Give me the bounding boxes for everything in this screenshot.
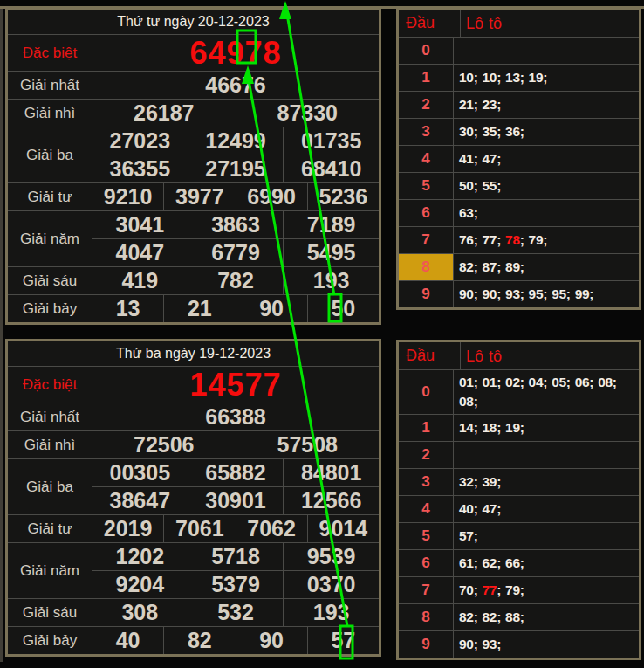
loto-number: 30 — [459, 124, 474, 139]
prize-line: 2019706170629014 — [92, 515, 379, 542]
prize-line: 270231249901735 — [92, 127, 379, 155]
loto-number: 01 — [483, 375, 497, 389]
loto-row: 557; — [399, 523, 639, 550]
result-table-rows: Đặc biệt64978Giải nhất46676Giải nhì26187… — [8, 35, 379, 322]
loto-values-text: 41; 47; — [459, 149, 501, 169]
loto-number: 79 — [505, 582, 520, 597]
prize-number: 64978 — [92, 35, 379, 71]
prize-number: 12566 — [284, 487, 379, 514]
loto-head-table-tuesday: Đầu Lô tô 001; 01; 02; 04; 05; 06; 08; 0… — [396, 340, 641, 660]
loto-table-header: Đầu Lô tô — [399, 342, 639, 370]
prize-lines: 13219050 — [92, 295, 379, 322]
prize-number: 90 — [236, 627, 308, 654]
loto-number: 08 — [459, 394, 474, 409]
loto-head-table-wednesday: Đầu Lô tô 0110; 10; 13; 19; 221; 23; 330… — [396, 7, 641, 310]
loto-number: 88 — [505, 609, 520, 624]
loto-number: 89 — [505, 259, 520, 274]
loto-row: 882; 87; 89; — [399, 254, 639, 281]
loto-values-cell: 82; 82; 88; — [454, 604, 639, 630]
prize-number: 6990 — [236, 183, 308, 210]
loto-table-rows: 0110; 10; 13; 19; 221; 23; 330; 35; 36; … — [399, 38, 639, 307]
loto-number: 77 — [483, 582, 497, 597]
loto-number: 36 — [505, 124, 520, 139]
prize-row: Giải bảy40829057 — [8, 627, 379, 654]
loto-row: 441; 47; — [399, 146, 639, 173]
loto-values-text: 63; — [459, 203, 478, 223]
prize-lines: 14577 — [92, 367, 379, 403]
prize-line: 66388 — [92, 403, 379, 430]
loto-number: 78 — [505, 232, 520, 247]
loto-header-label: Lô tô — [466, 14, 502, 33]
loto-number: 08 — [598, 375, 613, 389]
loto-values-cell: 41; 47; — [454, 146, 639, 172]
loto-number: 87 — [483, 259, 497, 274]
loto-number: 02 — [505, 375, 520, 389]
loto-number: 63 — [459, 205, 474, 220]
prize-number: 12499 — [188, 127, 284, 155]
loto-number: 10 — [459, 70, 474, 85]
loto-values-text: 70; 77; 79; — [459, 581, 524, 600]
prize-number: 193 — [284, 599, 379, 626]
result-table-wednesday: Thứ tư ngày 20-12-2023 Đặc biệt64978Giải… — [5, 7, 381, 325]
prize-lines: 304138637189404767795495 — [92, 211, 379, 266]
prize-line: 7250657508 — [92, 431, 379, 458]
prize-number: 7189 — [284, 211, 379, 238]
loto-number: 70 — [459, 582, 474, 597]
loto-row: 330; 35; 36; — [399, 119, 639, 146]
dau-digit-cell: 2 — [399, 442, 454, 468]
loto-row: 770; 77; 79; — [399, 577, 639, 604]
prize-lines: 308532193 — [92, 599, 379, 626]
prize-line: 920453790370 — [92, 571, 379, 598]
loto-number: 04 — [529, 375, 544, 389]
loto-row: 2 — [399, 442, 639, 469]
loto-column-header: Lô tô — [461, 342, 639, 369]
loto-row: 114; 18; 19; — [399, 415, 639, 442]
prize-row: Giải sáu308532193 — [8, 599, 379, 627]
prize-line: 2618787330 — [92, 100, 379, 127]
prize-lines: 9210397769905236 — [92, 183, 379, 210]
prize-label: Giải nhì — [8, 431, 92, 458]
prize-row: Giải tư9210397769905236 — [8, 183, 379, 211]
prize-label: Giải tư — [8, 183, 92, 210]
loto-row: 550; 55; — [399, 173, 639, 200]
prize-label: Giải nhất — [8, 72, 92, 99]
prize-number: 9204 — [92, 571, 188, 598]
loto-values-cell: 50; 55; — [454, 173, 639, 199]
dau-column-header: Đầu — [399, 10, 461, 37]
loto-values-text: 82; 87; 89; — [459, 258, 524, 277]
loto-number: 39 — [483, 474, 497, 489]
loto-values-cell: 10; 10; 13; 19; — [454, 65, 639, 91]
prize-lines: 7250657508 — [92, 431, 379, 458]
prize-number: 57508 — [236, 431, 380, 458]
loto-values-cell: 32; 39; — [454, 469, 639, 495]
loto-number: 77 — [483, 232, 497, 247]
prize-label: Giải tư — [8, 515, 92, 542]
prize-label: Giải nhì — [8, 100, 92, 127]
prize-line: 120257189539 — [92, 543, 379, 571]
loto-number: 05 — [552, 375, 566, 389]
prize-lines: 2019706170629014 — [92, 515, 379, 542]
prize-number: 72506 — [92, 431, 236, 458]
prize-number: 5495 — [284, 239, 379, 266]
loto-row: 661; 62; 66; — [399, 550, 639, 577]
loto-number: 82 — [459, 609, 474, 624]
loto-table-header: Đầu Lô tô — [399, 10, 639, 38]
loto-number: 90 — [459, 286, 474, 301]
dau-digit-cell: 3 — [399, 469, 454, 495]
loto-values-cell: 30; 35; 36; — [454, 119, 639, 145]
dau-column-header: Đầu — [399, 342, 461, 369]
result-table-rows: Đặc biệt14577Giải nhất66388Giải nhì72506… — [8, 367, 379, 654]
loto-row: 221; 23; — [399, 92, 639, 119]
prize-label: Đặc biệt — [8, 367, 92, 403]
prize-number: 30901 — [188, 487, 284, 514]
dau-header-label: Đầu — [406, 14, 435, 32]
prize-row: Đặc biệt14577 — [8, 367, 379, 403]
loto-row: 110; 10; 13; 19; — [399, 65, 639, 92]
prize-line: 46676 — [92, 72, 379, 99]
loto-row: 663; — [399, 200, 639, 227]
prize-number: 3041 — [92, 211, 188, 238]
prize-label: Giải nhất — [8, 403, 92, 430]
prize-row: Giải tư2019706170629014 — [8, 515, 379, 543]
left-edge-divider — [0, 7, 3, 662]
loto-column-header: Lô tô — [461, 10, 639, 37]
